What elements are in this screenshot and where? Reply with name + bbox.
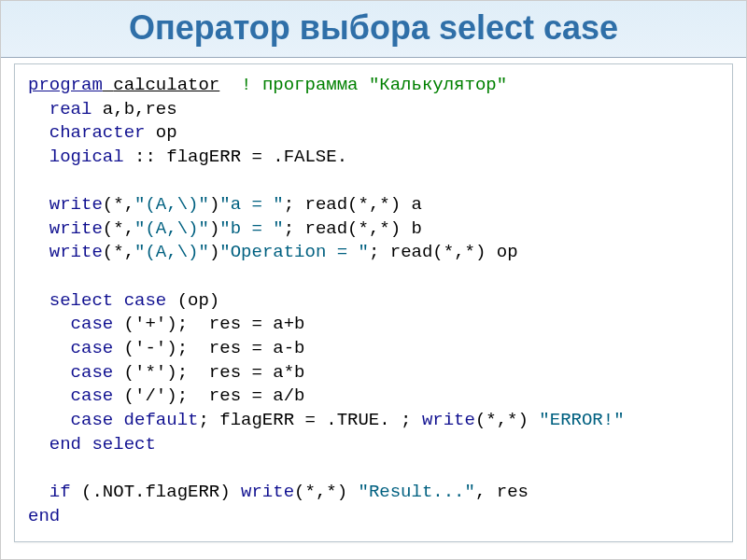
vars-real: a,b,res — [103, 99, 177, 119]
w-close: ) — [209, 242, 219, 262]
vars-char: op — [156, 122, 177, 143]
fmt: "(A,\)" — [134, 194, 209, 215]
logical-rest: :: flagERR = .FALSE. — [124, 147, 347, 167]
case-plus: ('+'); res = a+b — [113, 314, 304, 334]
default-mid: ; flagERR = .TRUE. ; — [198, 410, 421, 430]
case-mul: ('*'); res = a*b — [113, 362, 304, 383]
sp — [145, 122, 155, 143]
w-args: (*, — [103, 242, 134, 262]
sp — [92, 99, 102, 119]
title-bar: Оператор выбора select case — [1, 1, 746, 58]
sp — [219, 75, 241, 95]
slide-title: Оператор выбора select case — [1, 8, 746, 48]
default-writecall: (*,*) — [475, 410, 539, 430]
case-minus: ('-'); res = a-b — [113, 338, 304, 358]
code-panel: program calculator ! программа "Калькуля… — [14, 63, 733, 542]
kw-write: write — [49, 242, 103, 262]
if-tail: , res — [475, 482, 529, 502]
kw-write: write — [49, 218, 103, 239]
case-div: ('/'); res = a/b — [113, 385, 304, 406]
kw-logical: logical — [49, 147, 124, 167]
code-block: program calculator ! программа "Калькуля… — [28, 74, 719, 528]
read-b: ; read(*,*) b — [284, 218, 422, 239]
prog-name-text: calculator — [113, 75, 219, 95]
str-error: "ERROR!" — [539, 410, 624, 430]
kw-program: program — [28, 75, 103, 95]
if-cond: (.NOT.flagERR) — [71, 482, 241, 502]
w-args: (*, — [103, 218, 134, 239]
kw-real: real — [49, 99, 92, 119]
kw-case: case — [71, 338, 114, 358]
sel-expr: (op) — [166, 290, 219, 311]
w-args: (*, — [103, 194, 134, 215]
kw-write: write — [49, 194, 103, 215]
read-a: ; read(*,*) a — [284, 194, 422, 215]
fmt: "(A,\)" — [134, 218, 209, 239]
w-close: ) — [209, 218, 219, 239]
kw-case: case — [71, 385, 114, 406]
str-a: "a = " — [219, 194, 283, 215]
if-writeargs: (*,*) — [294, 482, 358, 502]
slide: Оператор выбора select case program calc… — [0, 0, 747, 560]
str-op: "Operation = " — [219, 242, 369, 262]
kw-select-case: select case — [49, 290, 166, 311]
str-result: "Result..." — [359, 482, 475, 502]
read-op: ; read(*,*) op — [369, 242, 518, 262]
kw-write: write — [422, 410, 475, 430]
comment: ! программа "Калькулятор" — [241, 75, 507, 95]
kw-if: if — [49, 482, 71, 502]
kw-write: write — [241, 482, 294, 502]
fmt: "(A,\)" — [134, 242, 209, 262]
kw-case-default: case default — [71, 410, 199, 430]
kw-case: case — [71, 314, 114, 334]
kw-end-select: end select — [49, 434, 156, 455]
str-b: "b = " — [219, 218, 283, 239]
kw-case: case — [71, 362, 114, 383]
kw-character: character — [49, 122, 146, 143]
kw-end: end — [28, 506, 60, 526]
w-close: ) — [209, 194, 219, 215]
prog-name — [103, 75, 113, 95]
